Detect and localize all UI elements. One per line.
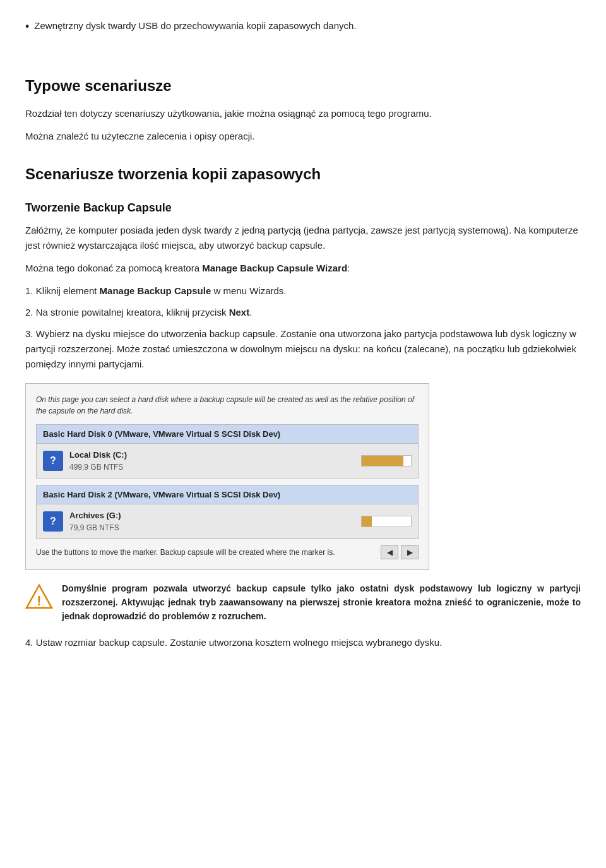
nav-buttons[interactable]: ◀ ▶ [381,545,419,559]
intro-bullet-text: Zewnętrzny dysk twardy USB do przechowyw… [34,19,356,33]
svg-text:!: ! [37,593,41,609]
step3-text: 3. Wybierz na dysku miejsce do utworzeni… [25,328,576,369]
section2-heading: Scenariusze tworzenia kopii zapasowych [25,163,581,186]
warning-bold2: Aktywując jednak tryb zaawansowany na pi… [62,597,581,621]
step1-suffix: w menu Wizards. [211,285,286,296]
disk2-content: ? Archives (G:) 79,9 GB NTFS [37,504,418,538]
warning-icon: ! [25,583,53,610]
step3: 3. Wybierz na dysku miejsce do utworzeni… [25,326,581,372]
disk2-section: Basic Hard Disk 2 (VMware, VMware Virtua… [36,485,419,539]
step1-prefix: 1. Kliknij element [25,285,100,296]
screenshot-footer-text: Use the buttons to move the marker. Back… [36,547,335,558]
disk1-size: 499,9 GB NTFS [69,461,355,473]
warning-box: ! Domyślnie program pozwala utworzyć bac… [25,581,581,624]
screenshot-container: On this page you can select a hard disk … [25,383,429,570]
step2-prefix: 2. Na stronie powitalnej kreatora, klikn… [25,307,229,318]
disk2-name: Archives (G:) [69,509,355,522]
step4-text: 4. Ustaw rozmiar backup capsule. Zostani… [25,637,442,648]
section2-para2: Można tego dokonać za pomocą kreatora Ma… [25,261,581,276]
disk1-content: ? Local Disk (C:) 499,9 GB NTFS [37,444,418,478]
section2-subheading: Tworzenie Backup Capsule [25,199,581,217]
intro-bullet: • Zewnętrzny dysk twardy USB do przechow… [25,19,581,35]
disk1-icon: ? [43,451,63,471]
disk2-size: 79,9 GB NTFS [69,522,355,533]
disk1-bar [361,455,412,467]
section1-para1: Rozdział ten dotyczy scenariuszy użytkow… [25,106,581,121]
warning-text-container: Domyślnie program pozwala utworzyć backu… [62,581,581,624]
step1: 1. Kliknij element Manage Backup Capsule… [25,283,581,299]
disk1-bar-fill [362,456,403,466]
disk2-bar-fill [362,516,372,526]
disk2-header: Basic Hard Disk 2 (VMware, VMware Virtua… [37,485,418,505]
section1-para2: Można znaleźć tu użyteczne zalecenia i o… [25,129,581,144]
disk1-info: Local Disk (C:) 499,9 GB NTFS [69,449,355,473]
disk2-info: Archives (G:) 79,9 GB NTFS [69,509,355,533]
para2-wizard: Manage Backup Capsule Wizard [202,263,347,273]
disk1-name: Local Disk (C:) [69,449,355,461]
screenshot-footer: Use the buttons to move the marker. Back… [36,545,419,559]
step4: 4. Ustaw rozmiar backup capsule. Zostani… [25,635,581,650]
step1-bold: Manage Backup Capsule [100,285,211,296]
step2-bold: Next [229,307,250,318]
disk1-header: Basic Hard Disk 0 (VMware, VMware Virtua… [37,425,418,444]
nav-btn-left[interactable]: ◀ [381,545,398,559]
section1-heading: Typowe scenariusze [25,74,581,97]
step2-suffix: . [249,307,252,318]
disk1-section: Basic Hard Disk 0 (VMware, VMware Virtua… [36,424,419,479]
step2: 2. Na stronie powitalnej kreatora, klikn… [25,305,581,320]
para2-prefix: Można tego dokonać za pomocą kreatora [25,263,202,273]
disk2-icon: ? [43,511,63,532]
screenshot-desc: On this page you can select a hard disk … [36,394,419,417]
disk2-bar [361,516,412,527]
bullet-dot: • [25,19,29,35]
section2-para1: Załóżmy, że komputer posiada jeden dysk … [25,223,581,253]
para2-suffix: : [347,263,350,273]
nav-btn-right[interactable]: ▶ [401,545,419,559]
